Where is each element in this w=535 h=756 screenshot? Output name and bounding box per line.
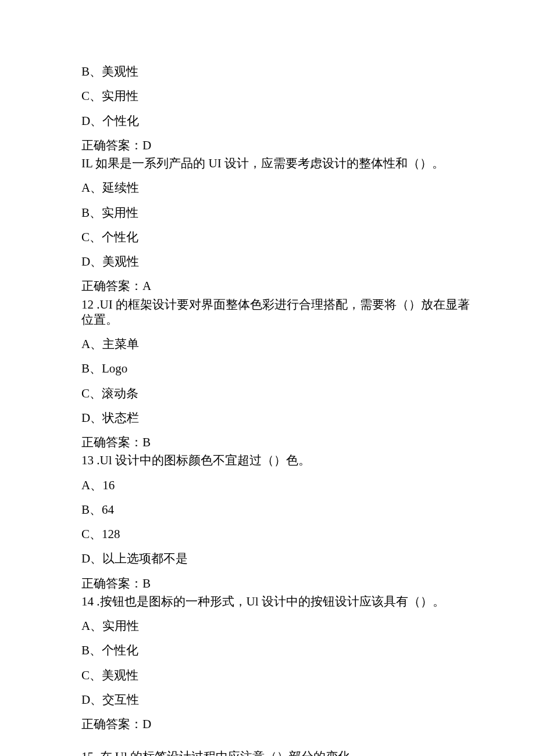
q12-stem: 12 .UI 的框架设计要对界面整体色彩进行合理搭配，需要将（）放在显著位置。: [81, 297, 471, 328]
q13-option-d: D、以上选项都不是: [81, 551, 535, 566]
spacer: [81, 741, 535, 749]
q13-option-c: C、128: [81, 526, 535, 542]
q12-option-c: C、滚动条: [81, 386, 535, 401]
q14-option-d: D、交互性: [81, 692, 535, 707]
q11-option-a: A、延续性: [81, 180, 535, 195]
q13-option-b: B、64: [81, 502, 535, 517]
q13-answer: 正确答案：B: [81, 576, 535, 591]
q15-stem: 15 .在 Ul 的标签设计过程中应注意（）部分的变化。: [81, 749, 535, 756]
q14-option-c: C、美观性: [81, 668, 535, 683]
q11-option-c: C、个性化: [81, 230, 535, 245]
q12-option-d: D、状态栏: [81, 410, 535, 425]
q12-option-b: B、Logo: [81, 361, 535, 376]
q14-option-a: A、实用性: [81, 618, 535, 633]
q14-option-b: B、个性化: [81, 643, 535, 658]
q13-option-a: A、16: [81, 478, 535, 493]
q11-stem: IL 如果是一系列产品的 UI 设计，应需要考虑设计的整体性和（）。: [81, 156, 535, 171]
q14-answer: 正确答案：D: [81, 716, 535, 732]
q10-answer: 正确答案：D: [81, 138, 535, 153]
q10-option-b: B、美观性: [81, 64, 535, 79]
document-page: B、美观性 C、实用性 D、个性化 正确答案：D IL 如果是一系列产品的 UI…: [0, 0, 535, 756]
q11-option-d: D、美观性: [81, 254, 535, 269]
q12-answer: 正确答案：B: [81, 435, 535, 450]
q10-option-d: D、个性化: [81, 113, 535, 128]
q11-answer: 正确答案：A: [81, 278, 535, 293]
q12-option-a: A、主菜单: [81, 336, 535, 352]
q11-option-b: B、实用性: [81, 205, 535, 220]
q13-stem: 13 .Ul 设计中的图标颜色不宜超过（）色。: [81, 453, 535, 468]
q10-option-c: C、实用性: [81, 88, 535, 103]
q14-stem: 14 .按钮也是图标的一种形式，Ul 设计中的按钮设计应该具有（）。: [81, 594, 535, 609]
